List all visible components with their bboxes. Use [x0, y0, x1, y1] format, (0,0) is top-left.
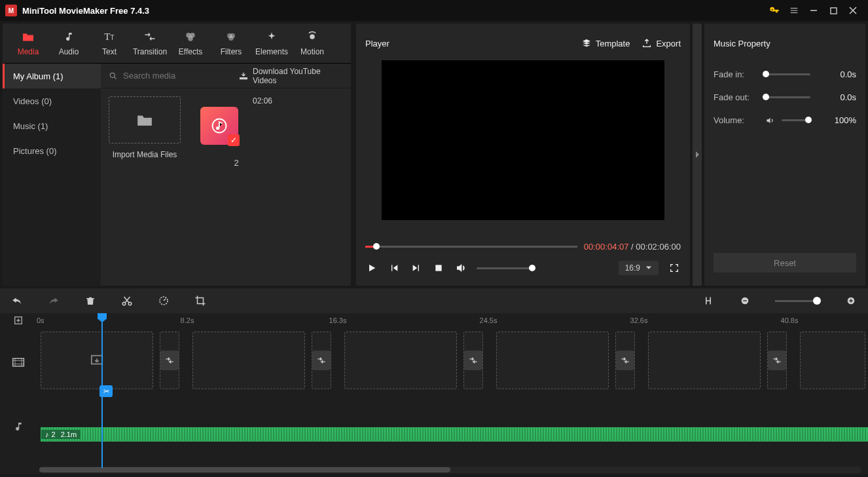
effects-icon	[184, 30, 197, 43]
svg-point-8	[110, 73, 115, 77]
motion-icon	[306, 30, 319, 43]
speaker-icon	[765, 116, 775, 125]
undo-button[interactable]	[10, 294, 24, 307]
tab-elements[interactable]: Elements	[251, 30, 292, 56]
sidebar-item-my-album[interactable]: My Album (1)	[3, 64, 101, 88]
titlebar: M MiniTool MovieMaker Free 7.4.3	[0, 0, 868, 21]
transition-slot[interactable]	[160, 332, 179, 389]
properties-panel: Music Property Fade in: 0.0s Fade out: 0…	[704, 24, 865, 286]
tab-transition[interactable]: Transition	[130, 30, 170, 56]
aspect-ratio-select[interactable]: 16:9	[619, 261, 659, 275]
svg-rect-11	[435, 265, 441, 271]
volume-prop-slider[interactable]	[782, 119, 810, 121]
tab-media[interactable]: Media	[8, 30, 48, 56]
text-icon: TT	[103, 30, 116, 43]
timeline-toolbar	[0, 288, 868, 313]
seek-bar[interactable]: 00:00:04:07 / 00:02:06:00	[365, 240, 681, 253]
tab-motion[interactable]: Motion	[292, 30, 333, 56]
volume-icon[interactable]	[454, 261, 467, 275]
main-tabs: Media Audio TT Text Transition Effects F…	[3, 24, 351, 63]
clip-placeholder[interactable]	[344, 332, 457, 389]
clip-placeholder[interactable]	[192, 332, 305, 389]
minimize-button[interactable]	[804, 0, 823, 21]
clip-placeholder[interactable]	[41, 332, 153, 389]
music-note-icon: ♪	[45, 430, 49, 438]
sidebar-item-videos[interactable]: Videos (0)	[3, 88, 101, 113]
tab-effects[interactable]: Effects	[170, 30, 211, 56]
close-button[interactable]	[843, 0, 863, 21]
media-panel: Media Audio TT Text Transition Effects F…	[3, 24, 351, 286]
transition-slot[interactable]	[463, 332, 483, 389]
stop-button[interactable]	[432, 261, 445, 275]
audio-clip[interactable]: ♪ 2 2.1m	[41, 427, 868, 442]
timeline-ruler[interactable]: 0s 8.2s 16.3s 24.5s 32.6s 40.8s	[37, 313, 868, 328]
split-badge-icon[interactable]: ✂	[99, 385, 113, 397]
fade-in-slider[interactable]	[765, 73, 810, 75]
fade-in-value: 0.0s	[840, 69, 856, 79]
svg-rect-0	[830, 7, 836, 13]
clip-placeholder[interactable]	[648, 332, 761, 389]
delete-button[interactable]	[84, 294, 97, 307]
fullscreen-button[interactable]	[668, 261, 681, 275]
total-time: 00:02:06:00	[636, 242, 681, 252]
properties-title: Music Property	[714, 30, 856, 56]
music-note-icon	[62, 30, 75, 43]
add-track-button[interactable]	[0, 313, 37, 328]
audio-track[interactable]: ♪ 2 2.1m	[37, 417, 868, 456]
sidebar-item-pictures[interactable]: Pictures (0)	[3, 138, 101, 163]
svg-point-3	[188, 36, 193, 41]
split-button[interactable]	[120, 294, 134, 307]
reset-button[interactable]: Reset	[714, 253, 856, 273]
music-thumb-icon: ✓	[200, 107, 238, 145]
video-track[interactable]	[37, 332, 868, 397]
volume-slider[interactable]	[477, 267, 535, 269]
template-icon	[581, 38, 592, 48]
tab-text[interactable]: TT Text	[89, 30, 130, 56]
timeline-scrollbar[interactable]	[39, 467, 861, 473]
maximize-button[interactable]	[823, 0, 843, 21]
svg-rect-18	[13, 358, 24, 366]
transition-slot[interactable]	[767, 332, 787, 389]
zoom-in-button[interactable]	[844, 294, 858, 307]
search-input[interactable]	[123, 71, 233, 81]
export-button[interactable]: Export	[642, 38, 681, 48]
tab-audio[interactable]: Audio	[48, 30, 89, 56]
player-panel: Player Template Export 00:00:04:07 / 00:…	[356, 24, 690, 286]
filters-icon	[225, 30, 238, 43]
upgrade-key-icon[interactable]	[765, 0, 784, 21]
menu-icon[interactable]	[784, 0, 804, 21]
download-youtube-link[interactable]: Download YouTube Videos	[238, 67, 343, 85]
tab-filters[interactable]: Filters	[211, 30, 251, 56]
fade-out-slider[interactable]	[765, 96, 810, 98]
audio-clip-number: 2	[52, 430, 56, 438]
media-sidebar: My Album (1) Videos (0) Music (1) Pictur…	[3, 64, 101, 286]
template-button[interactable]: Template	[581, 38, 630, 48]
sidebar-item-music[interactable]: Music (1)	[3, 113, 101, 138]
audio-clip-length: 2.1m	[61, 430, 77, 438]
redo-button[interactable]	[47, 294, 60, 307]
playhead[interactable]: ✂	[101, 313, 103, 468]
crop-button[interactable]	[194, 294, 207, 307]
speed-button[interactable]	[157, 294, 170, 307]
zoom-slider[interactable]	[775, 300, 821, 302]
folder-icon	[136, 113, 153, 127]
check-badge-icon: ✓	[228, 134, 240, 146]
transition-slot[interactable]	[615, 332, 635, 389]
app-title: MiniTool MovieMaker Free 7.4.3	[22, 6, 765, 16]
zoom-out-button[interactable]	[738, 294, 751, 307]
transition-slot[interactable]	[312, 332, 331, 389]
clip-placeholder[interactable]	[800, 332, 865, 389]
panel-collapse-handle[interactable]	[693, 24, 702, 286]
fit-timeline-button[interactable]	[702, 294, 715, 307]
import-media-tile[interactable]: Import Media Files	[109, 96, 181, 168]
search-icon	[109, 71, 118, 81]
clip-placeholder[interactable]	[496, 332, 609, 389]
volume-value: 100%	[835, 115, 856, 125]
prev-frame-button[interactable]	[388, 261, 401, 275]
video-preview	[382, 60, 664, 220]
fade-out-label: Fade out:	[714, 92, 758, 102]
play-button[interactable]	[365, 261, 378, 275]
media-clip-tile[interactable]: 02:06 ✓ 2	[200, 96, 272, 168]
clip-duration: 02:06	[200, 96, 272, 105]
next-frame-button[interactable]	[410, 261, 423, 275]
